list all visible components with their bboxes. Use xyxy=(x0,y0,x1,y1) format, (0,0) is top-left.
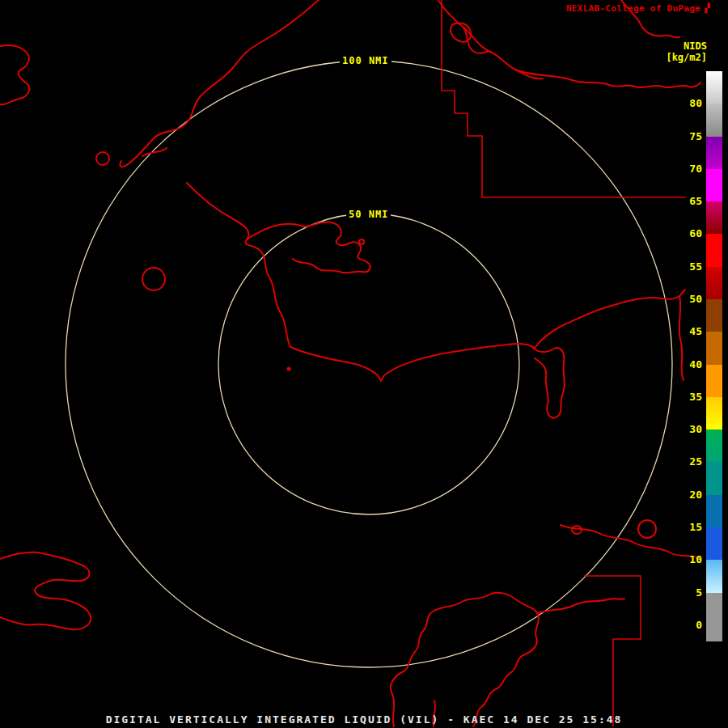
source-attribution: NEXLAB-College of DuPage▞ xyxy=(566,3,710,14)
lake-island-outlines xyxy=(0,45,624,726)
radar-map-canvas xyxy=(0,0,728,728)
colorbar-tick-70: 70 xyxy=(675,163,702,176)
colorbar-tick-40: 40 xyxy=(675,358,702,371)
colorbar-segment-5 xyxy=(706,234,722,266)
colorbar-tick-60: 60 xyxy=(675,227,702,240)
colorbar-segment-3 xyxy=(706,169,722,201)
colorbar-segment-4 xyxy=(706,201,722,234)
colorbar-segment-14 xyxy=(706,527,722,560)
small-map-dot xyxy=(287,367,291,371)
colorbar-segment-16 xyxy=(706,593,722,641)
range-ring-50nmi xyxy=(218,214,519,514)
colorbar-segment-7 xyxy=(706,299,722,332)
colorbar-tick-20: 20 xyxy=(675,489,702,502)
colorbar-segment-6 xyxy=(706,267,722,299)
colorbar-segment-9 xyxy=(706,365,722,397)
colorbar-segment-12 xyxy=(706,462,722,494)
colorbar-tick-80: 80 xyxy=(675,97,702,110)
colorbar-segment-0 xyxy=(706,71,722,104)
colorbar-segment-2 xyxy=(706,137,722,169)
colorbar-segment-15 xyxy=(706,560,722,592)
colorbar-tick-50: 50 xyxy=(675,293,702,306)
radar-display: 100 NMI 50 NMI NEXLAB-College of DuPage▞… xyxy=(0,0,728,728)
product-label: NIDS xyxy=(684,40,707,52)
cod-logo-icon: ▞ xyxy=(705,3,710,14)
colorbar-segment-1 xyxy=(706,104,722,136)
colorbar-tick-45: 45 xyxy=(675,325,702,338)
colorbar-tick-65: 65 xyxy=(675,195,702,208)
colorbar-tick-10: 10 xyxy=(675,553,702,566)
colorbar-tick-5: 5 xyxy=(675,586,702,599)
colorbar-tick-25: 25 xyxy=(675,455,702,468)
colorbar-tick-30: 30 xyxy=(675,423,702,436)
colorbar-tick-15: 15 xyxy=(675,521,702,534)
product-title: DIGITAL VERTICALLY INTEGRATED LIQUID (VI… xyxy=(0,713,728,726)
colorbar-segment-10 xyxy=(706,397,722,430)
colorbar-tick-35: 35 xyxy=(675,391,702,404)
colorbar-tick-75: 75 xyxy=(675,130,702,143)
colorbar-segment-11 xyxy=(706,430,722,462)
colorbar-tick-0: 0 xyxy=(675,619,702,632)
colorbar-segment-8 xyxy=(706,332,722,364)
units-label: [kg/m2] xyxy=(666,52,707,63)
range-label-100nmi: 100 NMI xyxy=(340,55,392,66)
colorbar-segment-13 xyxy=(706,495,722,527)
range-label-50nmi: 50 NMI xyxy=(346,209,391,220)
river-outlines xyxy=(437,0,700,558)
source-text: NEXLAB-College of DuPage xyxy=(566,3,700,14)
colorbar xyxy=(706,71,722,641)
colorbar-tick-55: 55 xyxy=(675,260,702,273)
